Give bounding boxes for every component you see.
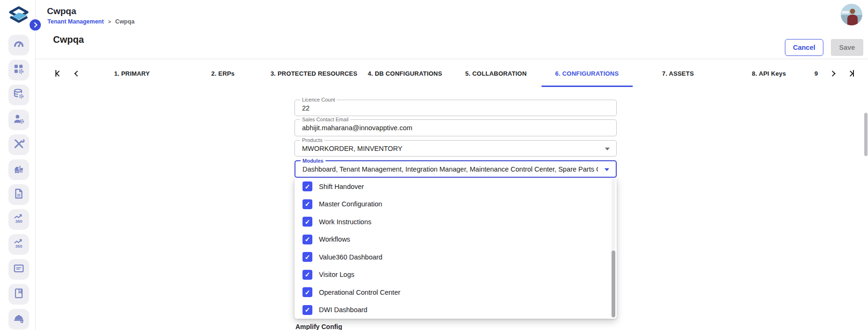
tab[interactable]: 5. COLLABORATION xyxy=(450,60,542,87)
tools-icon xyxy=(13,138,25,152)
previous-tab-button[interactable] xyxy=(68,60,86,87)
sidebar-item[interactable]: 360 xyxy=(8,234,29,255)
check-icon: ✓ xyxy=(305,254,310,260)
sidebar-item[interactable] xyxy=(8,309,29,330)
page-header: Cwpqa Cancel Save xyxy=(36,29,868,59)
sidebar-item[interactable]: 360 xyxy=(8,209,29,230)
notebook-icon xyxy=(13,287,25,301)
checkbox-checked-icon[interactable]: ✓ xyxy=(302,305,312,315)
checkbox-checked-icon[interactable]: ✓ xyxy=(302,217,312,227)
check-icon: ✓ xyxy=(305,183,310,190)
app-title: Cwpqa xyxy=(47,6,76,16)
chevron-right-icon xyxy=(32,22,37,27)
sidebar-item[interactable] xyxy=(8,85,29,105)
modules-option-list: ✓ Shift Handover ✓ Master Configuration … xyxy=(294,178,610,319)
module-option[interactable]: ✓ Shift Handover xyxy=(294,178,610,196)
sales-contact-email-input[interactable] xyxy=(302,120,600,136)
checkbox-checked-icon[interactable]: ✓ xyxy=(302,235,312,244)
modules-dropdown-panel: ✓ Shift Handover ✓ Master Configuration … xyxy=(294,178,617,319)
module-option-label: Operational Control Center xyxy=(319,289,400,296)
checkbox-checked-icon[interactable]: ✓ xyxy=(302,270,312,280)
tab[interactable]: 6. CONFIGURATIONS xyxy=(542,60,633,87)
last-page-icon xyxy=(847,71,853,77)
module-option-label: DWI Dashboard xyxy=(319,306,367,314)
sales-contact-email-field[interactable]: Sales Contact Email xyxy=(294,119,617,136)
cancel-button[interactable]: Cancel xyxy=(785,39,823,56)
sidebar-item[interactable] xyxy=(8,259,29,280)
checkbox-checked-icon[interactable]: ✓ xyxy=(302,181,312,191)
tab[interactable]: 3. PROTECTED RESOURCES xyxy=(269,60,360,87)
tenant-management-page: 360 360 Cwpqa xyxy=(0,0,868,330)
wizard-tabbar: 1. PRIMARY 2. ERPs 3. PROTECTED RESOURCE… xyxy=(36,60,868,87)
tab[interactable]: 1. PRIMARY xyxy=(86,60,178,87)
tab[interactable]: 8. API Keys xyxy=(723,60,814,87)
module-option[interactable]: ✓ Visitor Logs xyxy=(294,266,610,284)
tab-overflow-partial[interactable]: 9 xyxy=(814,60,823,87)
module-option[interactable]: ✓ Value360 Dashboard xyxy=(294,248,610,266)
breadcrumb-current: Cwpqa xyxy=(115,18,134,25)
forklift-icon xyxy=(13,163,25,177)
licence-count-input[interactable] xyxy=(302,100,600,116)
chevron-right-icon xyxy=(829,71,836,77)
sidebar-item[interactable] xyxy=(8,110,29,130)
products-select[interactable]: Products MWORKORDER, MINVENTORY xyxy=(294,140,617,157)
page-scrollbar-thumb[interactable] xyxy=(864,113,868,156)
amplify-config-heading: Amplify Config xyxy=(295,323,342,330)
module-option[interactable]: ✓ Operational Control Center xyxy=(294,283,610,301)
breadcrumb: Tenant Management > Cwpqa xyxy=(47,18,134,25)
sidebar: 360 360 xyxy=(0,0,36,330)
hardhat-icon xyxy=(13,312,25,326)
next-tab-button[interactable] xyxy=(823,60,842,87)
document-icon xyxy=(13,188,25,202)
last-page-button[interactable] xyxy=(842,60,860,87)
module-option-label: Master Configuration xyxy=(319,200,382,208)
dropdown-scrollbar-thumb[interactable] xyxy=(612,251,615,317)
module-option[interactable]: ✓ Workflows xyxy=(294,231,610,249)
sidebar-item[interactable] xyxy=(8,184,29,205)
sidebar-item[interactable] xyxy=(8,284,29,305)
module-option[interactable]: ✓ Work Instructions xyxy=(294,213,610,231)
breadcrumb-parent-link[interactable]: Tenant Management xyxy=(47,18,104,25)
licence-count-field[interactable]: Licence Count xyxy=(294,100,617,116)
card-icon xyxy=(13,262,25,276)
modules-select[interactable]: Modules Dashboard, Tenant Management, In… xyxy=(294,160,617,178)
user-settings-icon xyxy=(13,113,25,127)
module-option[interactable]: ✓ Master Configuration xyxy=(294,196,610,213)
check-icon: ✓ xyxy=(305,201,310,207)
tab-label: 2. ERPs xyxy=(211,70,235,77)
topbar: Cwpqa Tenant Management > Cwpqa xyxy=(36,0,868,29)
apps-settings-icon xyxy=(13,63,25,77)
trend-360-icon: 360 xyxy=(13,212,25,227)
first-page-button[interactable] xyxy=(49,60,68,87)
check-icon: ✓ xyxy=(305,289,310,296)
checkbox-checked-icon[interactable]: ✓ xyxy=(302,199,312,209)
tab-label: 4. DB CONFIGURATIONS xyxy=(368,70,442,77)
tab[interactable]: 4. DB CONFIGURATIONS xyxy=(359,60,450,87)
checkbox-checked-icon[interactable]: ✓ xyxy=(302,287,312,297)
check-icon: ✓ xyxy=(305,219,310,225)
tab[interactable]: 7. ASSETS xyxy=(633,60,724,87)
tab-label: 1. PRIMARY xyxy=(114,70,150,77)
sidebar-item[interactable] xyxy=(8,159,29,180)
svg-text:360: 360 xyxy=(15,219,22,224)
tab-label: 7. ASSETS xyxy=(662,70,694,77)
dropdown-caret-icon xyxy=(604,168,609,171)
tab-label: 3. PROTECTED RESOURCES xyxy=(271,70,357,77)
innovapptive-logo-icon xyxy=(8,5,30,28)
checkbox-checked-icon[interactable]: ✓ xyxy=(302,252,312,262)
sidebar-expand-button[interactable] xyxy=(29,18,42,31)
gauge-icon xyxy=(13,38,25,52)
module-option-label: Visitor Logs xyxy=(319,271,355,278)
page-title: Cwpqa xyxy=(53,34,84,45)
sidebar-item[interactable] xyxy=(8,60,29,80)
chevron-left-icon xyxy=(74,71,80,77)
dropdown-caret-icon xyxy=(605,148,610,150)
sidebar-item[interactable] xyxy=(8,134,29,155)
user-avatar[interactable] xyxy=(841,4,862,25)
tab-label: 6. CONFIGURATIONS xyxy=(555,70,619,77)
save-button[interactable]: Save xyxy=(831,39,863,56)
sidebar-item[interactable] xyxy=(8,35,29,55)
module-option[interactable]: ✓ DWI Dashboard xyxy=(294,301,610,319)
svg-text:360: 360 xyxy=(15,244,22,249)
tab[interactable]: 2. ERPs xyxy=(178,60,269,87)
